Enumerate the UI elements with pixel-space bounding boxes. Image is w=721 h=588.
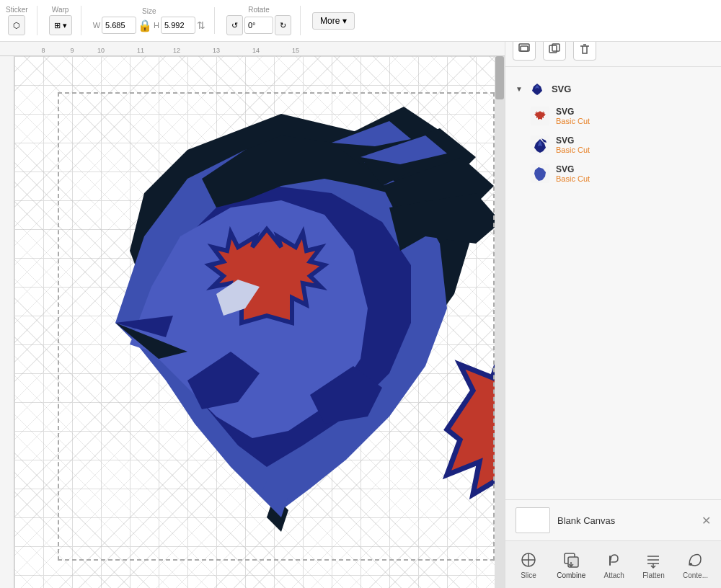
ruler-vertical: [0, 56, 14, 588]
bluejay-logo[interactable]: [58, 92, 505, 561]
layer-item-0-sub: Basic Cut: [556, 117, 590, 125]
layer-item-2[interactable]: SVG Basic Cut: [513, 159, 714, 188]
rotate-inputs: ↺ ↻: [226, 15, 291, 35]
slice-label: Slice: [521, 571, 536, 579]
more-dropdown-icon: ▾: [342, 16, 347, 26]
layer-group-name: SVG: [552, 84, 571, 94]
ruler-mark-12: 12: [173, 47, 180, 54]
swap-icon[interactable]: ⇅: [197, 19, 205, 31]
blank-canvas-close-icon[interactable]: ✕: [702, 514, 711, 527]
attach-button[interactable]: Attach: [598, 547, 630, 582]
layer-item-0-title: SVG: [556, 107, 590, 117]
layer-group-svg: ▼ SVG: [505, 73, 721, 191]
flatten-button[interactable]: Flatten: [637, 547, 671, 582]
warp-icon: ⊞ ▾: [54, 21, 67, 30]
bluejay-svg: [58, 92, 505, 561]
contour-button[interactable]: Conte...: [677, 547, 714, 582]
layer-item-0-info: SVG Basic Cut: [556, 107, 590, 125]
vertical-scrollbar[interactable]: [495, 56, 505, 588]
layer-item-0[interactable]: SVG Basic Cut: [513, 102, 714, 130]
add-layer-icon: [518, 43, 531, 55]
warp-label: Warp: [52, 6, 69, 14]
flatten-label: Flatten: [642, 571, 665, 579]
blank-canvas-label: Blank Canvas: [557, 515, 615, 526]
ruler-mark-15: 15: [292, 47, 299, 54]
rotate-cw-button[interactable]: ↻: [275, 15, 291, 35]
attach-icon: [604, 550, 624, 570]
canvas-area: 8 9 10 11 12 13 14 15: [0, 42, 505, 588]
ruler-mark-8: 8: [41, 47, 45, 54]
more-label: More: [320, 16, 340, 26]
ruler-mark-10: 10: [97, 47, 105, 54]
svg-rect-1: [521, 46, 528, 51]
ruler-mark-11: 11: [137, 47, 144, 54]
sticker-button[interactable]: ⬡: [8, 15, 25, 35]
warp-item: Warp ⊞ ▾: [49, 6, 72, 35]
scrollbar-thumb[interactable]: [495, 56, 504, 99]
attach-label: Attach: [604, 571, 624, 579]
blank-canvas-thumbnail: [516, 507, 550, 533]
ruler-h-marks: 8 9 10 11 12 13 14 15: [0, 42, 505, 54]
svg-point-18: [689, 563, 692, 566]
layer-item-1-sub: Basic Cut: [556, 146, 590, 154]
layer-icon-2: [530, 164, 550, 184]
height-label: H: [154, 21, 159, 30]
blank-canvas-section: Blank Canvas ✕: [505, 499, 721, 540]
flatten-icon: [643, 550, 663, 570]
slice-icon: [518, 550, 539, 570]
lock-icon: 🔒: [138, 19, 152, 32]
more-button[interactable]: More ▾: [312, 12, 355, 30]
combine-label: Combine: [557, 571, 585, 579]
right-panel: Layers Color Sync ✕: [505, 0, 721, 588]
toolbar: Sticker ⬡ Warp ⊞ ▾ Size W 🔒 H ⇅: [0, 0, 721, 42]
contour-label: Conte...: [683, 571, 708, 579]
combine-icon: [561, 550, 581, 570]
width-label: W: [93, 21, 100, 30]
rotate-label: Rotate: [248, 6, 269, 14]
slice-button[interactable]: Slice: [513, 547, 544, 582]
warp-group: Warp ⊞ ▾: [49, 6, 81, 35]
sticker-item: Sticker ⬡: [6, 6, 28, 35]
group-icon: [528, 80, 546, 97]
design-canvas[interactable]: [14, 56, 505, 588]
duplicate-icon: [548, 43, 561, 55]
layer-icon-0: [530, 106, 550, 126]
warp-button[interactable]: ⊞ ▾: [49, 15, 72, 35]
layer-item-1-info: SVG Basic Cut: [556, 135, 590, 154]
contour-icon: [685, 550, 705, 570]
size-label: Size: [142, 7, 156, 15]
layer-item-2-info: SVG Basic Cut: [556, 164, 590, 183]
panel-bottom-toolbar: Slice Combine Attach: [505, 540, 721, 588]
size-inputs: W 🔒 H ⇅: [93, 17, 205, 34]
ruler-mark-9: 9: [70, 47, 74, 54]
chevron-down-icon: ▼: [516, 85, 523, 93]
sticker-group: Sticker ⬡: [6, 6, 37, 35]
delete-icon: [578, 43, 591, 55]
layer-icon-1: [530, 135, 550, 155]
layer-group-header[interactable]: ▼ SVG: [513, 76, 714, 102]
size-group: Size W 🔒 H ⇅: [93, 7, 215, 34]
width-input[interactable]: [102, 17, 136, 34]
sticker-label: Sticker: [6, 6, 28, 14]
ruler-horizontal: 8 9 10 11 12 13 14 15: [0, 42, 505, 56]
layer-item-1[interactable]: SVG Basic Cut: [513, 130, 714, 159]
rotate-item: Rotate ↺ ↻: [226, 6, 291, 35]
combine-button[interactable]: Combine: [551, 547, 591, 582]
rotate-ccw-button[interactable]: ↺: [226, 15, 243, 35]
layer-item-2-title: SVG: [556, 164, 590, 174]
sticker-icon: ⬡: [13, 21, 20, 30]
size-item: Size W 🔒 H ⇅: [93, 7, 205, 34]
more-group: More ▾: [312, 12, 363, 30]
ruler-mark-13: 13: [213, 47, 220, 54]
ruler-mark-14: 14: [252, 47, 260, 54]
layer-item-1-title: SVG: [556, 135, 590, 146]
layer-list: ▼ SVG: [505, 67, 721, 499]
rotate-input[interactable]: [244, 17, 273, 34]
rotate-group: Rotate ↺ ↻: [226, 6, 301, 35]
layer-item-2-sub: Basic Cut: [556, 174, 590, 183]
height-input[interactable]: [161, 17, 195, 34]
